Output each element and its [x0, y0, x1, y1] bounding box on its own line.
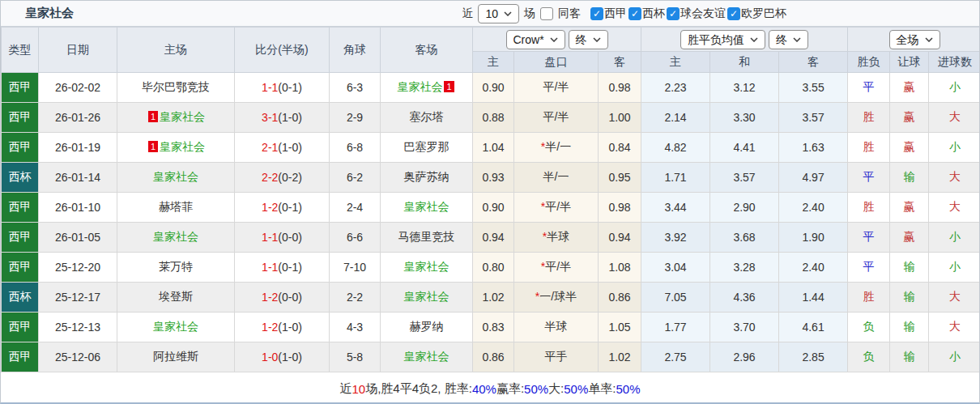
- summary-segment: 场,胜4平4负2, 胜率:: [365, 381, 472, 397]
- col-header-goals: 进球数: [929, 52, 980, 73]
- table-row: 西甲26-01-261皇家社会3-1(1-0)2-9塞尔塔0.88平/半1.00…: [2, 103, 980, 133]
- table-row: 西杯26-01-14皇家社会2-2(0-2)6-2奥萨苏纳0.93半/一0.95…: [2, 163, 980, 193]
- cell-type: 西甲: [2, 342, 39, 372]
- team-title: 皇家社会: [25, 6, 74, 21]
- cell-handicap-result: 输: [890, 313, 929, 342]
- cell-home-team: 埃登斯: [117, 283, 235, 313]
- cell-odds-home: 0.94: [473, 223, 514, 253]
- cell-odds-away: 0.98: [599, 193, 641, 223]
- cell-avg-home: 2.14: [641, 103, 710, 133]
- cell-corner: 4-3: [330, 313, 381, 342]
- cell-type: 西甲: [2, 103, 39, 133]
- cell-handicap-result: 赢: [890, 223, 929, 253]
- cell-odds-away: 0.94: [599, 223, 641, 253]
- copa-checkbox[interactable]: ✓: [628, 7, 641, 20]
- chevron-down-icon: [750, 37, 758, 42]
- avg-odds-select[interactable]: 胜平负均值: [680, 30, 765, 49]
- cell-odds-away: 0.84: [599, 133, 641, 163]
- team-name: 阿拉维斯: [153, 350, 198, 363]
- cell-score: 2-2(0-2): [235, 163, 330, 193]
- cell-date: 26-01-10: [39, 193, 117, 223]
- team-name: 皇家社会: [404, 350, 450, 363]
- cell-away-team: 巴塞罗那: [381, 133, 473, 163]
- cell-type: 西杯: [2, 283, 39, 313]
- dropdown-row: 类型 日期 主场 比分(半场) 角球 客场 Crow* 终: [2, 28, 980, 52]
- match-history-panel: 皇家社会 近 10 场 同客 ✓ 西甲 ✓ 西杯 ✓: [0, 0, 980, 404]
- friendly-checkbox[interactable]: ✓: [667, 7, 680, 20]
- col-header-type: 类型: [2, 28, 39, 73]
- cell-date: 26-01-19: [39, 133, 117, 163]
- avg-odds-select-value: 胜平负均值: [688, 32, 744, 47]
- cell-home-team: 皇家社会: [117, 313, 235, 342]
- cell-odds-home: 1.04: [473, 133, 514, 163]
- cell-goals: 小: [929, 342, 980, 372]
- cell-avg-draw: 3.70: [710, 313, 779, 342]
- cell-result: 平: [848, 223, 890, 253]
- cell-home-team: 阿拉维斯: [117, 342, 235, 372]
- cell-score: 1-1(0-0): [235, 223, 330, 253]
- bookmaker-select[interactable]: Crow*: [506, 30, 565, 49]
- cell-away-team: 皇家社会: [381, 253, 473, 283]
- rank-badge: 1: [148, 141, 158, 152]
- cell-goals: 小: [929, 73, 980, 103]
- summary-segment: 50%: [616, 382, 640, 396]
- cell-date: 26-01-05: [39, 223, 117, 253]
- cell-corner: 6-2: [330, 163, 381, 193]
- cell-date: 26-01-26: [39, 103, 117, 133]
- cell-handicap-result: 赢: [890, 133, 929, 163]
- cell-result: 平: [848, 163, 890, 193]
- cell-date: 26-02-02: [39, 73, 117, 103]
- summary-segment: 50%: [564, 382, 588, 396]
- cell-corner: 2-4: [330, 193, 381, 223]
- avg-final-select[interactable]: 终: [769, 30, 808, 49]
- match-history-table: 类型 日期 主场 比分(半场) 角球 客场 Crow* 终: [1, 27, 980, 372]
- summary-segment: 近: [339, 381, 352, 397]
- table-row: 西甲25-12-06阿拉维斯1-0(1-0)5-8皇家社会0.86平手1.022…: [2, 342, 980, 372]
- liga-checkbox[interactable]: ✓: [590, 7, 603, 20]
- cell-odds-away: 1.05: [599, 313, 641, 342]
- cell-handicap: *半/一: [514, 133, 599, 163]
- cell-score: 2-1(1-0): [235, 133, 330, 163]
- cell-score: 1-1(0-1): [235, 73, 330, 103]
- avg-odds-group-header: 胜平负均值 终: [641, 28, 848, 52]
- cell-handicap: *半球: [514, 223, 599, 253]
- team-name: 马德里竞技: [398, 230, 455, 243]
- cell-date: 25-12-06: [39, 342, 117, 372]
- cell-corner: 6-6: [330, 223, 381, 253]
- result-group-header: 全场: [848, 28, 980, 52]
- recent-count-select[interactable]: 10: [478, 4, 519, 23]
- chevron-down-icon: [593, 37, 601, 42]
- scope-select[interactable]: 全场: [889, 30, 940, 49]
- cell-odds-home: 0.90: [473, 73, 514, 103]
- col-header-odds-home: 主: [473, 52, 514, 73]
- europa-filter-label: 欧罗巴杯: [741, 6, 786, 21]
- same-venue-checkbox[interactable]: [540, 7, 553, 20]
- team-name: 赫罗纳: [410, 320, 444, 333]
- cell-avg-home: 7.05: [641, 283, 710, 313]
- team-name: 莱万特: [159, 260, 193, 273]
- cell-avg-away: 2.40: [779, 193, 848, 223]
- cell-avg-draw: 4.36: [710, 283, 779, 313]
- games-label: 场: [524, 6, 535, 21]
- cell-handicap-result: 输: [890, 163, 929, 193]
- col-header-avg-home: 主: [641, 52, 710, 73]
- europa-checkbox[interactable]: ✓: [727, 7, 740, 20]
- cell-avg-away: 2.40: [779, 253, 848, 283]
- team-name: 奥萨苏纳: [404, 170, 450, 183]
- cell-odds-home: 0.90: [473, 193, 514, 223]
- cell-avg-draw: 2.90: [710, 193, 779, 223]
- cell-type: 西杯: [2, 163, 39, 193]
- friendly-filter-label: 球会友谊: [680, 6, 726, 21]
- match-rows: 西甲26-02-02毕尔巴鄂竞技1-1(0-1)6-3皇家社会10.90平/半0…: [2, 73, 980, 372]
- cell-odds-away: 0.95: [599, 163, 641, 193]
- liga-filter-label: 西甲: [604, 6, 627, 21]
- cell-goals: 大: [929, 283, 980, 313]
- cell-result: 胜: [848, 193, 890, 223]
- cell-avg-draw: 3.28: [710, 253, 779, 283]
- summary-segment: 单率:: [588, 381, 616, 397]
- cell-odds-home: 0.80: [473, 253, 514, 283]
- cell-handicap: 平/半: [514, 73, 599, 103]
- cell-corner: 6-8: [330, 133, 381, 163]
- col-header-result: 胜负: [848, 52, 890, 73]
- handicap-final-select[interactable]: 终: [569, 30, 608, 49]
